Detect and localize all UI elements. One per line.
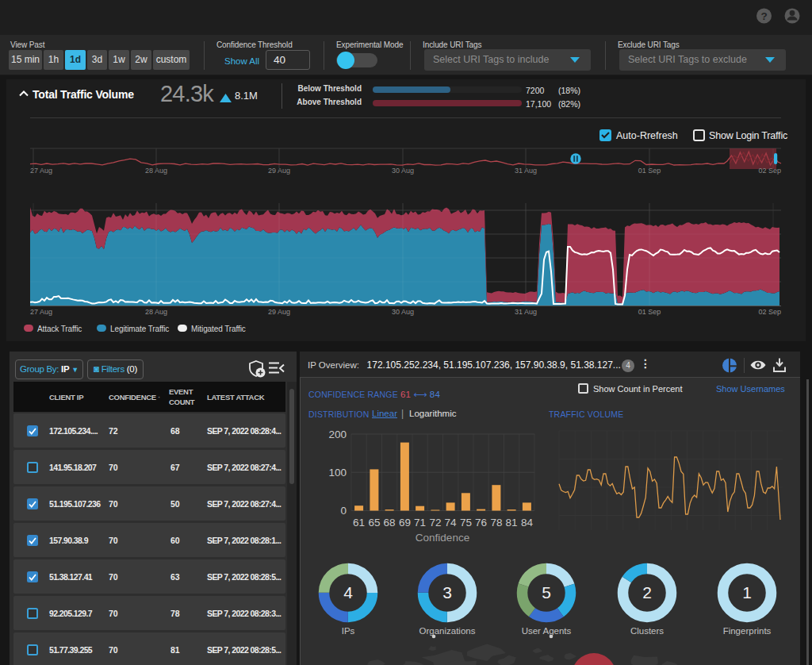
svg-text:Organizations: Organizations [419,626,476,636]
svg-text:74: 74 [445,517,458,529]
svg-text:75: 75 [460,517,472,529]
svg-text:78: 78 [490,517,502,529]
svg-text:72: 72 [429,517,441,529]
svg-text:1: 1 [742,583,752,602]
svg-text:84: 84 [521,517,534,529]
svg-text:81: 81 [506,517,518,529]
svg-text:Clusters: Clusters [630,626,664,636]
svg-text:User Agents: User Agents [522,626,572,636]
svg-text:100: 100 [328,467,347,479]
svg-text:5: 5 [542,583,551,602]
svg-text:69: 69 [399,517,411,529]
svg-text:4: 4 [343,583,353,602]
svg-text:IPs: IPs [342,626,355,636]
svg-text:76: 76 [475,517,487,529]
svg-text:65: 65 [368,517,380,529]
svg-text:71: 71 [414,517,426,529]
svg-text:2: 2 [642,583,652,602]
svg-text:Fingerprints: Fingerprints [723,626,772,636]
svg-text:61: 61 [353,517,365,529]
svg-text:Confidence: Confidence [416,532,469,544]
svg-text:0: 0 [340,505,347,517]
svg-text:3: 3 [442,583,452,602]
svg-text:68: 68 [384,517,396,529]
svg-text:200: 200 [328,429,347,440]
